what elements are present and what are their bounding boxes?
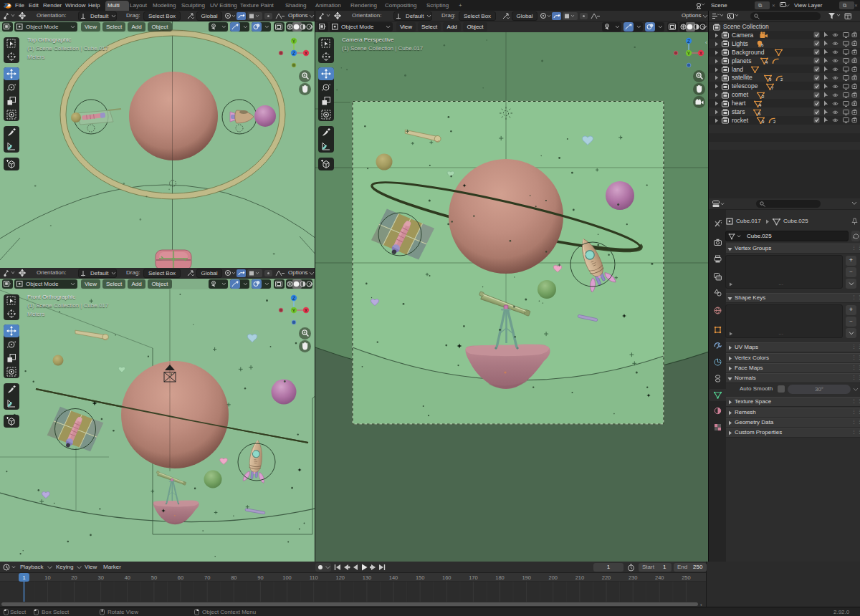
svg-text:Z: Z xyxy=(292,296,295,301)
svg-text:240: 240 xyxy=(655,574,664,581)
svg-text:220: 220 xyxy=(602,574,611,581)
svg-text:X: X xyxy=(699,51,703,56)
svg-text:60: 60 xyxy=(178,574,183,581)
svg-text:110: 110 xyxy=(310,574,318,581)
svg-text:250: 250 xyxy=(682,574,691,581)
svg-text:70: 70 xyxy=(204,574,210,581)
svg-text:Z: Z xyxy=(292,51,295,56)
svg-text:10: 10 xyxy=(44,574,50,581)
svg-text:180: 180 xyxy=(495,574,505,581)
svg-text:50: 50 xyxy=(151,574,157,581)
svg-text:200: 200 xyxy=(549,574,558,581)
svg-text:40: 40 xyxy=(125,574,130,581)
svg-text:120: 120 xyxy=(336,574,345,581)
svg-text:Y: Y xyxy=(687,51,691,56)
svg-text:150: 150 xyxy=(416,574,425,581)
svg-text:Y: Y xyxy=(292,39,296,44)
svg-text:210: 210 xyxy=(575,574,585,581)
svg-text:20: 20 xyxy=(71,574,77,581)
svg-text:X: X xyxy=(305,308,308,313)
svg-text:80: 80 xyxy=(231,574,236,581)
svg-text:140: 140 xyxy=(389,574,398,581)
svg-text:100: 100 xyxy=(282,574,292,581)
svg-text:1: 1 xyxy=(22,574,25,581)
svg-text:Z: Z xyxy=(687,39,690,44)
svg-text:30: 30 xyxy=(98,574,104,581)
svg-text:160: 160 xyxy=(442,574,452,581)
svg-text:230: 230 xyxy=(629,574,638,581)
svg-text:190: 190 xyxy=(522,574,531,581)
svg-text:130: 130 xyxy=(363,574,372,581)
svg-text:Y: Y xyxy=(292,308,296,313)
svg-text:90: 90 xyxy=(257,574,263,581)
svg-text:170: 170 xyxy=(469,574,478,581)
svg-text:X: X xyxy=(305,51,308,56)
